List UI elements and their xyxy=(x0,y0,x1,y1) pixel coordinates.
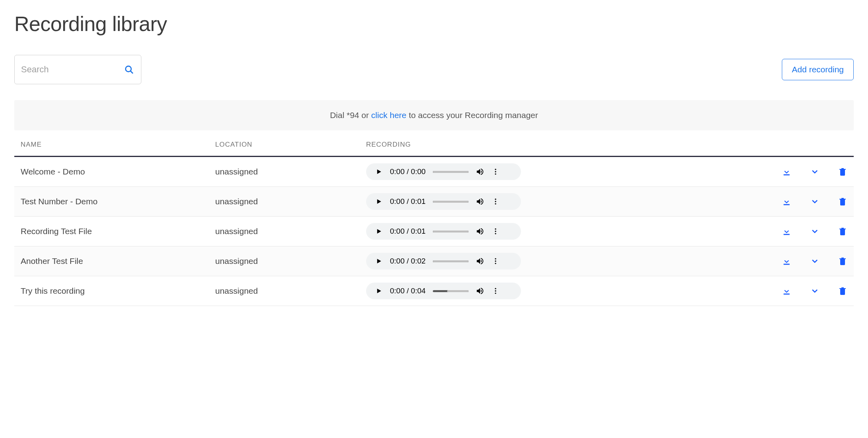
svg-point-16 xyxy=(495,263,496,264)
audio-player: 0:00 / 0:04 xyxy=(366,283,521,299)
cell-recording: 0:00 / 0:01 xyxy=(366,193,768,210)
chevron-down-icon[interactable] xyxy=(810,197,820,206)
row-actions xyxy=(768,256,847,266)
audio-current: 0:00 xyxy=(390,287,405,295)
svg-point-18 xyxy=(495,288,496,289)
cell-recording: 0:00 / 0:04 xyxy=(366,283,768,299)
audio-player: 0:00 / 0:02 xyxy=(366,253,521,269)
volume-icon[interactable] xyxy=(476,287,484,295)
audio-duration: 0:04 xyxy=(411,287,426,295)
cell-name: Try this recording xyxy=(21,286,215,296)
trash-icon[interactable] xyxy=(838,256,847,266)
svg-point-8 xyxy=(495,203,496,204)
row-actions xyxy=(768,167,847,177)
table-row: Another Test Fileunassigned0:00 / 0:02 xyxy=(14,246,854,276)
banner-suffix: to access your Recording manager xyxy=(407,110,538,120)
audio-menu-icon[interactable] xyxy=(492,168,500,176)
audio-seek-track[interactable] xyxy=(433,260,469,262)
trash-icon[interactable] xyxy=(838,286,847,296)
search-field-wrap xyxy=(14,55,141,84)
download-icon[interactable] xyxy=(781,167,792,177)
play-icon[interactable] xyxy=(375,168,383,176)
cell-recording: 0:00 / 0:01 xyxy=(366,223,768,240)
audio-current: 0:00 xyxy=(390,257,405,265)
volume-icon[interactable] xyxy=(476,257,484,266)
table-row: Recording Test Fileunassigned0:00 / 0:01 xyxy=(14,217,854,246)
page-title: Recording library xyxy=(14,12,854,36)
audio-seek-track[interactable] xyxy=(433,201,469,203)
cell-location: unassigned xyxy=(215,256,366,266)
column-header-location: LOCATION xyxy=(215,141,366,149)
svg-rect-13 xyxy=(783,234,789,235)
audio-time: 0:00 / 0:01 xyxy=(390,227,426,236)
cell-location: unassigned xyxy=(215,197,366,206)
svg-point-12 xyxy=(495,233,496,234)
play-icon[interactable] xyxy=(375,287,383,295)
chevron-down-icon[interactable] xyxy=(810,256,820,266)
trash-icon[interactable] xyxy=(838,167,847,176)
download-icon[interactable] xyxy=(781,196,792,207)
audio-time: 0:00 / 0:02 xyxy=(390,257,426,266)
svg-rect-9 xyxy=(783,204,789,205)
trash-icon[interactable] xyxy=(838,197,847,206)
chevron-down-icon[interactable] xyxy=(810,286,820,296)
info-banner: Dial *94 or click here to access your Re… xyxy=(14,100,854,130)
search-input[interactable] xyxy=(14,55,141,84)
audio-menu-icon[interactable] xyxy=(492,287,500,295)
play-icon[interactable] xyxy=(375,257,383,265)
svg-rect-21 xyxy=(783,294,789,295)
audio-current: 0:00 xyxy=(390,227,405,235)
audio-time: 0:00 / 0:01 xyxy=(390,197,426,206)
svg-point-7 xyxy=(495,201,496,202)
audio-menu-icon[interactable] xyxy=(492,257,500,265)
audio-duration: 0:02 xyxy=(411,257,426,265)
svg-point-20 xyxy=(495,293,496,294)
audio-time: 0:00 / 0:00 xyxy=(390,167,426,176)
volume-icon[interactable] xyxy=(476,197,484,206)
audio-seek-track[interactable] xyxy=(433,290,469,292)
svg-point-11 xyxy=(495,231,496,232)
table-row: Try this recordingunassigned0:00 / 0:04 xyxy=(14,276,854,306)
audio-current: 0:00 xyxy=(390,167,405,176)
download-icon[interactable] xyxy=(781,256,792,266)
table-body: Welcome - Demounassigned0:00 / 0:00Test … xyxy=(14,157,854,306)
audio-menu-icon[interactable] xyxy=(492,198,500,205)
svg-point-19 xyxy=(495,290,496,291)
play-icon[interactable] xyxy=(375,198,383,205)
table-row: Test Number - Demounassigned0:00 / 0:01 xyxy=(14,187,854,217)
add-recording-button[interactable]: Add recording xyxy=(782,59,854,80)
recordings-table: NAME LOCATION RECORDING Welcome - Demoun… xyxy=(14,130,854,306)
cell-name: Another Test File xyxy=(21,256,215,266)
volume-icon[interactable] xyxy=(476,167,484,176)
chevron-down-icon[interactable] xyxy=(810,227,820,236)
cell-name: Test Number - Demo xyxy=(21,197,215,206)
row-actions xyxy=(768,226,847,236)
cell-location: unassigned xyxy=(215,286,366,296)
column-header-name: NAME xyxy=(21,141,215,149)
svg-point-15 xyxy=(495,260,496,262)
svg-point-4 xyxy=(495,173,496,174)
svg-point-2 xyxy=(495,169,496,170)
audio-menu-icon[interactable] xyxy=(492,227,500,235)
play-icon[interactable] xyxy=(375,227,383,235)
svg-rect-17 xyxy=(783,264,789,265)
recording-manager-link[interactable]: click here xyxy=(371,110,407,120)
row-actions xyxy=(768,196,847,207)
trash-icon[interactable] xyxy=(838,227,847,236)
cell-recording: 0:00 / 0:00 xyxy=(366,163,768,180)
volume-icon[interactable] xyxy=(476,227,484,236)
banner-prefix: Dial *94 or xyxy=(330,110,371,120)
chevron-down-icon[interactable] xyxy=(810,167,820,176)
svg-point-6 xyxy=(495,199,496,200)
cell-location: unassigned xyxy=(215,227,366,236)
audio-seek-track[interactable] xyxy=(433,231,469,233)
audio-player: 0:00 / 0:01 xyxy=(366,223,521,240)
download-icon[interactable] xyxy=(781,226,792,236)
table-row: Welcome - Demounassigned0:00 / 0:00 xyxy=(14,157,854,187)
audio-duration: 0:00 xyxy=(411,167,426,176)
audio-player: 0:00 / 0:01 xyxy=(366,193,521,210)
cell-recording: 0:00 / 0:02 xyxy=(366,253,768,269)
audio-current: 0:00 xyxy=(390,197,405,205)
download-icon[interactable] xyxy=(781,286,792,296)
audio-seek-track[interactable] xyxy=(433,171,469,173)
